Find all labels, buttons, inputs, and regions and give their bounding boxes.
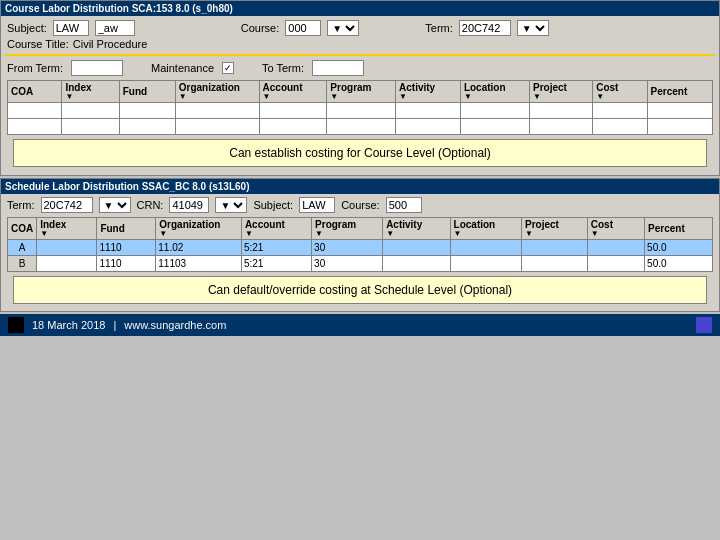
course-input[interactable]	[285, 20, 321, 36]
p2-col-org: Organization▼	[156, 218, 242, 240]
cell-activity	[396, 103, 461, 119]
input-coa[interactable]	[8, 119, 61, 134]
p2-subject-input[interactable]	[299, 197, 335, 213]
input-fund[interactable]	[120, 119, 175, 134]
panel1-title: Course Labor Distribution SCA:153 8.0 (s…	[1, 1, 719, 16]
course-dropdown[interactable]: ▼	[327, 20, 359, 36]
cell-fund	[119, 103, 175, 119]
cell-cost	[587, 256, 644, 272]
input-activity[interactable]	[396, 103, 460, 118]
input-org[interactable]	[176, 103, 259, 118]
col-project: Project▼	[529, 81, 592, 103]
p2-crn-input[interactable]	[169, 197, 209, 213]
from-term-label: From Term:	[7, 62, 63, 74]
subject-input[interactable]	[53, 20, 89, 36]
course-title-value: Civil Procedure	[73, 38, 148, 50]
p2-term-dropdown[interactable]: ▼	[99, 197, 131, 213]
cell-project	[521, 256, 587, 272]
cell-percent	[647, 119, 712, 135]
cell-account	[241, 256, 311, 272]
input-index[interactable]	[37, 240, 96, 255]
input-project[interactable]	[530, 103, 592, 118]
footer-website: www.sungardhe.com	[124, 319, 226, 331]
input-program[interactable]	[327, 119, 395, 134]
course-label: Course:	[241, 22, 280, 34]
cell-cost	[593, 103, 647, 119]
input-account[interactable]	[242, 240, 311, 255]
input-coa[interactable]	[8, 103, 61, 118]
table-row: B	[8, 256, 713, 272]
col-activity: Activity▼	[396, 81, 461, 103]
input-index[interactable]	[37, 256, 96, 271]
input-location[interactable]	[451, 256, 521, 271]
panel1-grid: COA Index▼ Fund Organization▼ Account▼ P…	[7, 80, 713, 135]
term-dropdown[interactable]: ▼	[517, 20, 549, 36]
input-location[interactable]	[451, 240, 521, 255]
input-cost[interactable]	[593, 103, 646, 118]
input-location[interactable]	[461, 119, 529, 134]
input-program[interactable]	[312, 256, 382, 271]
input-cost[interactable]	[588, 256, 644, 271]
panel2-form: Term: ▼ CRN: ▼ Subject: Course:	[7, 197, 713, 213]
input-activity[interactable]	[383, 256, 449, 271]
footer-blue-square	[696, 317, 712, 333]
col-index: Index▼	[62, 81, 119, 103]
panel2-grid: COA Index▼ Fund Organization▼ Account▼ P…	[7, 217, 713, 272]
footer-separator: |	[113, 319, 116, 331]
p2-term-input[interactable]	[41, 197, 93, 213]
input-activity[interactable]	[396, 119, 460, 134]
input-account[interactable]	[260, 119, 327, 134]
input-percent[interactable]	[645, 240, 712, 255]
cell-program	[327, 119, 396, 135]
col-account: Account▼	[259, 81, 327, 103]
p2-col-program: Program▼	[312, 218, 383, 240]
input-percent[interactable]	[645, 256, 712, 271]
input-fund[interactable]	[97, 256, 155, 271]
to-term-input[interactable]	[312, 60, 364, 76]
input-project[interactable]	[522, 256, 587, 271]
cell-project	[529, 119, 592, 135]
p2-crn-dropdown[interactable]: ▼	[215, 197, 247, 213]
input-location[interactable]	[461, 103, 529, 118]
input-percent[interactable]	[648, 103, 712, 118]
cell-program	[312, 240, 383, 256]
cell-account	[259, 119, 327, 135]
cell-cost	[593, 119, 647, 135]
from-to-row: From Term: Maintenance ✓ To Term:	[7, 60, 713, 76]
p2-term-label: Term:	[7, 199, 35, 211]
table-row	[8, 119, 713, 135]
from-term-input[interactable]	[71, 60, 123, 76]
input-activity[interactable]	[383, 240, 449, 255]
subject-input2[interactable]	[95, 20, 135, 36]
input-cost[interactable]	[593, 119, 646, 134]
maintenance-checkbox[interactable]: ✓	[222, 62, 234, 74]
cell-account	[259, 103, 327, 119]
col-percent: Percent	[647, 81, 712, 103]
input-org[interactable]	[176, 119, 259, 134]
input-account[interactable]	[242, 256, 311, 271]
input-percent[interactable]	[648, 119, 712, 134]
input-index[interactable]	[62, 119, 118, 134]
table-row: A	[8, 240, 713, 256]
p2-subject-label: Subject:	[253, 199, 293, 211]
cell-activity	[396, 119, 461, 135]
input-org[interactable]	[156, 240, 241, 255]
input-cost[interactable]	[588, 240, 644, 255]
cell-project	[529, 103, 592, 119]
input-org[interactable]	[156, 256, 241, 271]
input-index[interactable]	[62, 103, 118, 118]
input-project[interactable]	[522, 240, 587, 255]
p2-course-input[interactable]	[386, 197, 422, 213]
input-project[interactable]	[530, 119, 592, 134]
p2-col-activity: Activity▼	[383, 218, 450, 240]
term-input[interactable]	[459, 20, 511, 36]
input-program[interactable]	[327, 103, 395, 118]
input-program[interactable]	[312, 240, 382, 255]
col-coa: COA	[8, 81, 62, 103]
input-fund[interactable]	[97, 240, 155, 255]
input-fund[interactable]	[120, 103, 175, 118]
cell-location	[460, 103, 529, 119]
footer-date: 18 March 2018	[32, 319, 105, 331]
input-account[interactable]	[260, 103, 327, 118]
p2-col-fund: Fund	[97, 218, 156, 240]
